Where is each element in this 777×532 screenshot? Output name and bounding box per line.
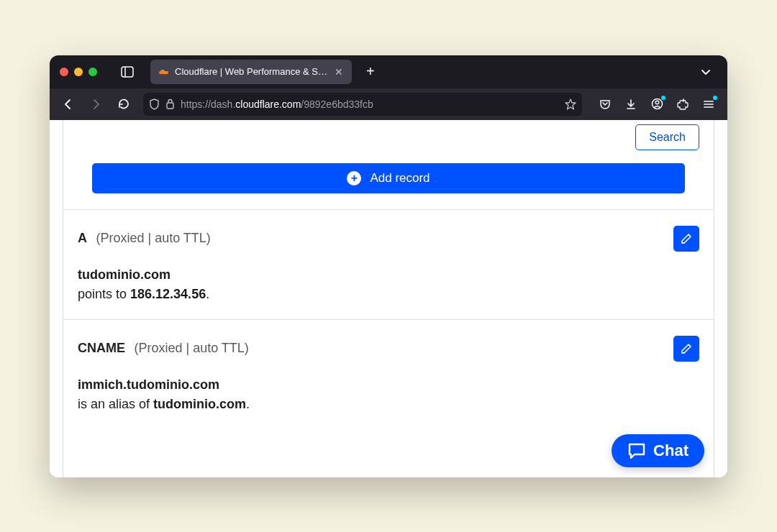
tab-title: Cloudflare | Web Performance & Security [175, 66, 327, 77]
url-bar[interactable]: https://dash.cloudflare.com/9892e6bd33fc… [143, 93, 582, 116]
cloudflare-favicon-icon [158, 66, 169, 78]
chat-icon [627, 442, 646, 459]
svg-point-5 [655, 101, 659, 104]
new-tab-button[interactable]: + [358, 63, 383, 80]
pocket-icon[interactable] [594, 93, 617, 116]
shield-icon[interactable] [149, 98, 160, 110]
close-window-button[interactable] [60, 68, 68, 76]
record-description: points to 186.12.34.56. [78, 287, 699, 302]
add-record-button[interactable]: + Add record [92, 163, 685, 193]
lock-icon[interactable] [165, 98, 175, 109]
plus-circle-icon: + [347, 171, 361, 185]
record-name: tudominio.com [78, 267, 699, 283]
browser-window: Cloudflare | Web Performance & Security … [50, 55, 727, 477]
edit-record-button[interactable] [673, 226, 699, 252]
menu-icon[interactable] [697, 93, 720, 116]
svg-rect-0 [122, 67, 133, 77]
edit-record-button[interactable] [673, 336, 699, 362]
url-text: https://dash.cloudflare.com/9892e6bd33fc… [181, 98, 553, 110]
record-description: is an alias of tudominio.com. [78, 397, 699, 412]
dns-record: A (Proxied | auto TTL) tudominio.com poi… [63, 209, 714, 319]
chat-label: Chat [653, 441, 689, 460]
sidebar-toggle-icon[interactable] [117, 62, 137, 82]
add-record-label: Add record [370, 171, 430, 185]
record-type: CNAME [78, 341, 125, 355]
maximize-window-button[interactable] [88, 68, 97, 76]
chat-button[interactable]: Chat [612, 434, 704, 467]
reload-button[interactable] [112, 93, 135, 116]
record-meta: (Proxied | auto TTL) [96, 231, 210, 245]
svg-rect-2 [167, 103, 173, 109]
dns-record: CNAME (Proxied | auto TTL) immich.tudomi… [63, 319, 714, 429]
record-name: immich.tudominio.com [78, 377, 699, 393]
back-button[interactable] [57, 93, 80, 116]
forward-button[interactable] [84, 93, 107, 116]
record-type: A [78, 231, 87, 245]
minimize-window-button[interactable] [74, 68, 83, 76]
traffic-lights [60, 68, 97, 76]
tabs-dropdown-icon[interactable] [694, 66, 717, 78]
bookmark-star-icon[interactable] [565, 98, 576, 110]
page-content: Search + Add record A (Proxied | auto TT… [50, 120, 727, 477]
browser-tab[interactable]: Cloudflare | Web Performance & Security … [150, 60, 352, 84]
toolbar: https://dash.cloudflare.com/9892e6bd33fc… [50, 88, 727, 120]
extensions-icon[interactable] [671, 93, 694, 116]
search-button[interactable]: Search [635, 124, 699, 150]
record-meta: (Proxied | auto TTL) [134, 341, 248, 355]
account-icon[interactable] [645, 93, 668, 116]
downloads-icon[interactable] [619, 93, 642, 116]
close-tab-icon[interactable]: ✕ [333, 66, 345, 78]
titlebar: Cloudflare | Web Performance & Security … [50, 55, 727, 88]
